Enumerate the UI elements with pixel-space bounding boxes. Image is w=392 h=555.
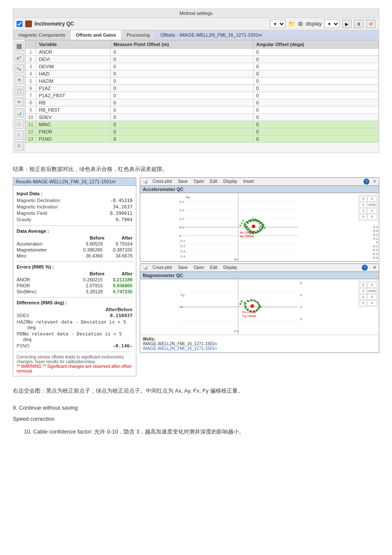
wells-label: Wells: [143,337,155,341]
sidebar-icon-6[interactable]: ✏ [14,97,24,107]
err-after: 0.211189 [103,277,133,282]
col-header-empty [26,40,36,49]
diff-row: P1NO-0.146- [17,343,133,349]
svg-text:-0.1: -0.1 [179,239,185,243]
pause-button[interactable]: ⏸ [354,20,363,28]
display-dropdown[interactable]: ▾ [324,20,340,28]
mag-num-1: 0 [367,282,377,288]
table-row[interactable]: 3 DEVIM 0 0 [26,63,379,70]
mag-crossplot-btn[interactable]: Cross-plot [151,265,173,270]
input-value: -0.45318 [110,198,133,203]
tool-dropdown[interactable]: ▾ [270,20,285,28]
table-row[interactable]: 6 P1AZ 0 0 [26,85,379,92]
accel-num-0-1: 0 [367,196,377,202]
table-row[interactable]: 4 HAZI 0 0 [26,70,379,78]
mag-display-btn[interactable]: Display [222,265,239,270]
accel-help-icon[interactable]: ? [363,179,369,185]
diff-row: HAZINo relevant data - Deviation is < 5 … [17,319,133,331]
mag-save-btn[interactable]: Save [177,265,189,270]
play-button[interactable]: ▶ [342,20,352,28]
data-average-row: Acceleration9.805299.79164 [17,241,133,247]
sidebar-icon-5[interactable]: 📋 [14,86,24,95]
row-ao: 0 [254,63,379,70]
diff-value: No relevant data - Deviation is < 5 deg [27,319,133,330]
svg-text:-0.3: -0.3 [179,249,185,253]
svg-point-109 [259,305,260,307]
diff-label: RB [17,331,23,342]
sidebar-icon-7[interactable]: 📊 [14,108,24,118]
accel-close-btn[interactable]: ✕ [373,179,376,184]
err-after: 0.747235 [103,289,133,294]
err-after: 0.936805 [103,283,133,288]
table-row[interactable]: 12 FNOR 0 0 [26,128,379,136]
svg-point-66 [258,220,259,222]
avg-before: 9.80529 [73,241,103,246]
table-row[interactable]: 2 DEVI 0 0 [26,56,379,63]
table-row[interactable]: 8 RB 0 0 [26,99,379,107]
accel-open-btn[interactable]: Open [192,179,205,184]
accel-icon: 📊 [143,179,148,184]
avg-label: Acceleration [17,241,73,246]
table-row[interactable]: 9 RB_FBST 0 0 [26,107,379,114]
inclinometry-checkbox[interactable] [17,21,23,27]
sidebar-icon-3[interactable]: AB [14,64,24,73]
tab-processing[interactable]: Processing [121,30,155,40]
sidebar-icons: A+ AB ✦ 📋 ✏ 📊 □ [13,40,25,153]
svg-text:Ax: Ax [234,257,238,261]
tab-offsets-gains[interactable]: Offsets and Gains [71,30,121,40]
table-row[interactable]: 1 ANOR 0 0 [26,49,379,56]
before-err-header: Before [89,271,104,276]
row-var: SDEV [36,114,111,121]
refresh-button[interactable]: ↺ [366,20,375,28]
sidebar-icon-1[interactable] [14,42,24,51]
mag-num-6: 0 [360,300,367,306]
mag-help-icon[interactable]: ? [362,265,368,271]
svg-point-57 [263,225,265,226]
table-row[interactable]: 10 SDEV 0 0 [26,114,379,121]
accel-save-btn[interactable]: Save [177,179,189,184]
svg-point-72 [255,231,257,233]
row-var: P1AZ [36,85,111,92]
row-num: 6 [26,85,36,92]
table-row[interactable]: 13 P1NO 0 0 [26,136,379,143]
accel-display-btn[interactable]: Display [222,179,239,184]
input-data-row: Magnetic Field0.390011 [17,210,133,217]
err-label: Sin(Minc) [17,289,73,294]
data-average-row: Magnetometer0.3862650.387155 [17,247,133,253]
folder-icon[interactable]: 📁 [288,20,295,27]
settings-icon[interactable]: ⚙ [298,20,303,27]
well-1: IMAGE-WELL2N_FMI_16_1271-1501n [143,341,217,346]
section9-label: Speed correction [13,414,379,424]
svg-point-56 [242,220,244,222]
tab-offsets-image[interactable]: Offsets - IMAGE-WELL2N_FMI_16_1271-1501m [156,30,379,40]
mag-edit-btn[interactable]: Edit [209,265,219,270]
sidebar-icon-10[interactable]: ⠿ [14,142,24,151]
mag-open-btn[interactable]: Open [192,265,205,270]
accel-edit-btn[interactable]: Edit [209,179,219,184]
tab-magnetic-components[interactable]: magnetic Components [13,30,71,40]
avg-after: 34.6676 [103,253,133,258]
row-mpo: 0 [111,121,254,128]
row-ao: 0 [254,128,379,136]
data-table-container: Variable Measure Point Offset (m) Angula… [25,40,379,153]
bottom-text: 9. Continue without saving Speed correct… [13,403,379,436]
mag-close-btn[interactable]: ✕ [373,265,376,270]
method-settings-panel: Method settings Inclinometry QC ▾ 📁 ⚙ di… [13,9,379,153]
mag-num-5: 0 [367,294,377,300]
input-data-header: Input Data : [17,191,133,196]
input-data-row: Magnetic Declination-0.45318 [17,197,133,204]
sidebar-icon-2[interactable]: A+ [14,53,24,62]
accel-chart-svg: 0.4 0.3 0.2 0.1 0 -0.1 -0.2 -0.3 -0.4 Ax [140,193,357,261]
row-var: P1NO [36,136,111,143]
col-header-ao: Angular Offset (dega) [254,40,379,49]
accel-insert-btn[interactable]: Insert [242,179,255,184]
accel-crossplot-btn[interactable]: Cross-plot [151,179,173,184]
table-row[interactable]: 7 P1AZ_FBST 0 0 [26,92,379,99]
err-label: FNOR [17,283,73,288]
method-settings-title: Method settings [13,9,379,18]
table-row[interactable]: 11 MINC 0 0 [26,121,379,128]
sidebar-icon-9[interactable]: / [14,130,24,140]
table-row[interactable]: 5 HAZIM 0 0 [26,78,379,85]
sidebar-icon-8[interactable]: □ [14,119,24,129]
sidebar-icon-4[interactable]: ✦ [14,75,24,84]
